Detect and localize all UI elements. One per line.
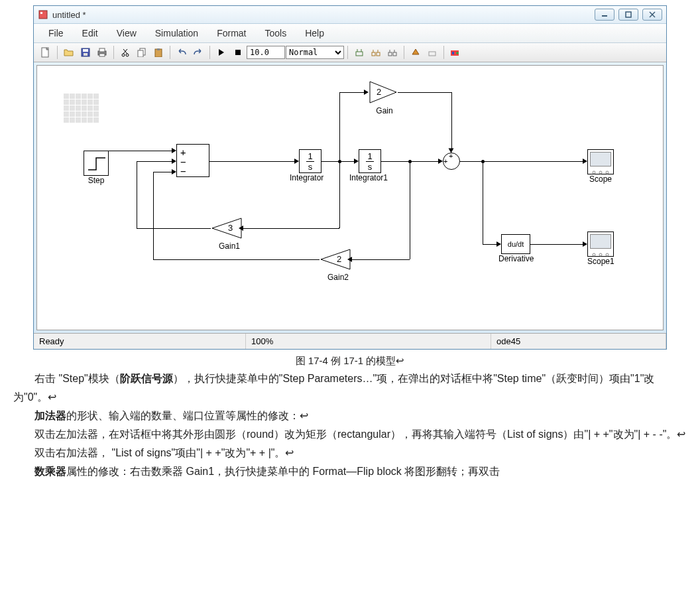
- integrator-label: Integrator: [290, 173, 323, 182]
- build-icon[interactable]: [408, 45, 424, 60]
- svg-point-44: [599, 253, 602, 256]
- scope-block[interactable]: Scope: [587, 149, 614, 184]
- cut-icon[interactable]: [117, 45, 133, 60]
- menu-view[interactable]: View: [107, 25, 146, 41]
- copy-icon[interactable]: [134, 45, 150, 60]
- svg-rect-1: [40, 12, 42, 14]
- menu-format[interactable]: Format: [207, 25, 255, 41]
- integrator1-block[interactable]: 1s Integrator1: [359, 149, 388, 182]
- menu-file[interactable]: File: [39, 25, 73, 41]
- integrator-block[interactable]: 1s Integrator: [299, 149, 323, 182]
- svg-text:2: 2: [377, 87, 381, 97]
- derivative-block[interactable]: du/dt Derivative: [501, 234, 534, 263]
- tool-icon-b[interactable]: [368, 45, 384, 60]
- svg-rect-0: [39, 11, 47, 19]
- window-title: untitled *: [52, 10, 595, 20]
- svg-rect-8: [83, 49, 88, 52]
- gain2-block[interactable]: 2 Gain2: [320, 248, 351, 282]
- open-icon[interactable]: [61, 45, 77, 60]
- svg-rect-18: [138, 50, 143, 57]
- svg-rect-30: [393, 52, 396, 56]
- svg-point-13: [122, 54, 125, 56]
- derivative-label: Derivative: [498, 254, 534, 263]
- svg-rect-33: [429, 52, 436, 56]
- statusbar: Ready 100% ode45: [34, 333, 666, 349]
- app-icon: [38, 9, 48, 20]
- step-block[interactable]: Step: [84, 151, 109, 185]
- svg-rect-20: [157, 48, 160, 50]
- svg-point-41: [599, 171, 602, 174]
- svg-rect-25: [372, 52, 375, 56]
- sum-block-right[interactable]: + +: [443, 153, 460, 170]
- gain-label: Gain: [371, 106, 398, 115]
- play-icon[interactable]: [213, 45, 229, 60]
- status-zoom: 100%: [246, 334, 491, 349]
- svg-rect-21: [235, 50, 241, 55]
- model-canvas[interactable]: Step + − − 1s Integrator 1s Integrator1 …: [36, 65, 664, 330]
- stop-time-input[interactable]: [247, 46, 285, 59]
- menu-edit[interactable]: Edit: [73, 25, 107, 41]
- undo-icon[interactable]: [174, 45, 190, 60]
- gain-block[interactable]: 2 Gain: [369, 80, 398, 115]
- simulation-mode-select[interactable]: Normal: [286, 46, 344, 59]
- svg-point-40: [593, 171, 595, 174]
- toolbar: Normal: [34, 43, 666, 62]
- save-icon[interactable]: [78, 45, 93, 60]
- svg-point-42: [606, 171, 609, 174]
- svg-point-36: [456, 52, 459, 54]
- gain2-label: Gain2: [325, 273, 351, 282]
- library-browser-icon[interactable]: [447, 45, 463, 60]
- maximize-button[interactable]: [618, 9, 638, 21]
- svg-text:3: 3: [228, 223, 233, 233]
- scope1-block[interactable]: Scope1: [587, 232, 614, 266]
- svg-rect-3: [626, 12, 631, 17]
- build-icon-2[interactable]: [424, 45, 440, 60]
- new-icon[interactable]: [38, 45, 54, 60]
- svg-rect-11: [99, 48, 105, 52]
- pixel-artifact: [64, 94, 99, 123]
- menu-simulation[interactable]: Simulation: [146, 25, 207, 41]
- figure-caption: 图 17-4 例 17-1 的模型↩: [13, 352, 687, 369]
- redo-icon[interactable]: [190, 45, 206, 60]
- stop-icon[interactable]: [230, 45, 246, 60]
- svg-rect-9: [84, 53, 88, 56]
- svg-rect-22: [356, 52, 363, 56]
- svg-point-14: [126, 54, 129, 56]
- svg-rect-26: [377, 52, 380, 56]
- tool-icon-c[interactable]: [384, 45, 400, 60]
- gain1-label: Gain1: [216, 241, 243, 251]
- status-solver: ode45: [491, 334, 666, 349]
- status-ready: Ready: [34, 334, 246, 349]
- print-icon[interactable]: [94, 45, 110, 60]
- menu-help[interactable]: Help: [296, 25, 333, 41]
- step-label: Step: [84, 176, 109, 185]
- menubar: File Edit View Simulation Format Tools H…: [34, 24, 666, 43]
- titlebar: untitled *: [34, 6, 666, 24]
- svg-rect-12: [99, 54, 105, 56]
- paste-icon[interactable]: [150, 45, 166, 60]
- integrator1-label: Integrator1: [349, 173, 388, 182]
- minimize-button[interactable]: [595, 9, 614, 21]
- tool-icon-a[interactable]: [351, 45, 367, 60]
- svg-point-43: [593, 253, 595, 256]
- menu-tools[interactable]: Tools: [256, 25, 296, 41]
- sum-block-left[interactable]: + − −: [176, 144, 209, 177]
- svg-text:2: 2: [337, 254, 341, 264]
- simulink-window: untitled * File Edit View Simulation For…: [33, 5, 667, 350]
- svg-rect-29: [388, 52, 392, 56]
- close-button[interactable]: [642, 9, 662, 21]
- gain1-block[interactable]: 3 Gain1: [211, 217, 243, 251]
- svg-rect-35: [452, 52, 454, 54]
- document-text: 图 17-4 例 17-1 的模型↩ 右击 "Step"模块（阶跃信号源），执行…: [13, 352, 687, 481]
- svg-point-45: [606, 253, 609, 256]
